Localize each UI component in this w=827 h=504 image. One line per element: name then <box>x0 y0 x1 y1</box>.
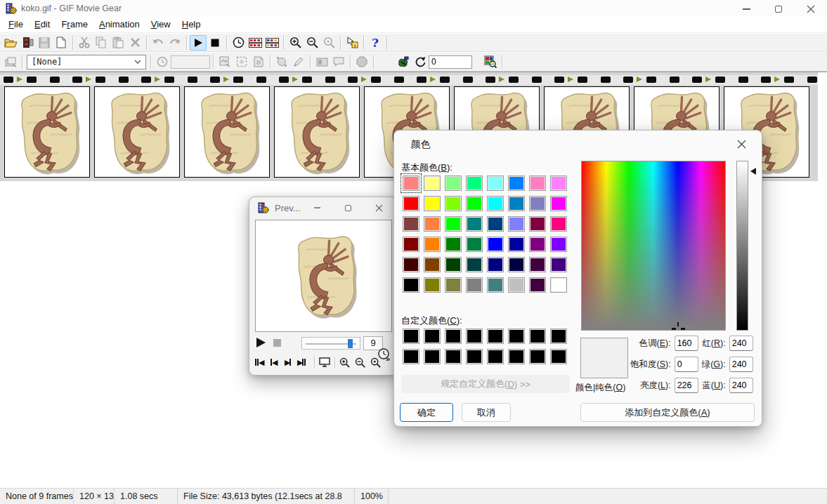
monitor-preview-button[interactable] <box>319 357 330 368</box>
ok-button[interactable]: 确定 <box>400 403 453 422</box>
preview-zoom-out-button[interactable] <box>355 357 365 368</box>
frame-timing-button[interactable] <box>247 35 263 51</box>
basic-color-swatch-35[interactable] <box>445 257 462 272</box>
basic-color-swatch-31[interactable] <box>529 237 546 252</box>
stop-button[interactable] <box>207 35 223 51</box>
basic-color-swatch-45[interactable] <box>487 277 504 293</box>
basic-color-swatch-9[interactable] <box>403 196 419 211</box>
custom-color-swatch-2[interactable] <box>424 329 441 344</box>
menu-edit[interactable]: Edit <box>29 17 56 32</box>
basic-color-swatch-3[interactable] <box>445 175 462 191</box>
basic-color-swatch-48[interactable] <box>550 277 567 293</box>
luminance-pointer[interactable] <box>750 168 756 175</box>
preview-minimize-button[interactable] <box>301 197 332 218</box>
menu-file[interactable]: File <box>3 17 29 32</box>
basic-color-swatch-39[interactable] <box>529 257 546 272</box>
basic-color-swatch-10[interactable] <box>424 196 441 211</box>
basic-color-swatch-41[interactable] <box>403 277 419 293</box>
basic-color-swatch-33[interactable] <box>403 257 419 272</box>
blue-input[interactable] <box>729 378 753 393</box>
basic-color-swatch-7[interactable] <box>529 175 546 191</box>
custom-color-swatch-7[interactable] <box>529 329 546 344</box>
custom-color-swatch-14[interactable] <box>508 349 525 364</box>
basic-color-swatch-15[interactable] <box>529 196 546 211</box>
basic-color-swatch-40[interactable] <box>550 257 567 272</box>
basic-color-swatch-34[interactable] <box>424 257 441 272</box>
custom-color-swatch-15[interactable] <box>529 349 546 364</box>
basic-color-swatch-46[interactable] <box>508 277 525 293</box>
loop-count-input[interactable] <box>429 55 472 69</box>
custom-color-swatch-10[interactable] <box>424 349 441 364</box>
film-frame-2[interactable] <box>94 86 180 178</box>
preview-frame-slider[interactable] <box>301 337 360 350</box>
new-button[interactable] <box>53 35 70 51</box>
color-dialog-close-button[interactable] <box>731 135 752 153</box>
title-bar[interactable]: koko.gif - GIF Movie Gear <box>0 0 827 16</box>
custom-color-swatch-8[interactable] <box>550 329 567 344</box>
add-to-custom-colors-button[interactable]: 添加到自定义颜色(A) <box>580 403 755 422</box>
luminance-strip[interactable] <box>736 161 748 331</box>
basic-color-swatch-22[interactable] <box>508 216 525 232</box>
cut-button[interactable] <box>76 35 93 51</box>
global-palette-select[interactable]: [None] <box>27 55 146 69</box>
transparency-button[interactable] <box>233 54 250 69</box>
draw-tool-button[interactable] <box>290 54 307 69</box>
hue-saturation-field[interactable] <box>581 161 726 331</box>
basic-color-swatch-43[interactable] <box>445 277 462 293</box>
film-frame-3[interactable] <box>184 86 270 178</box>
basic-color-swatch-25[interactable] <box>403 237 419 252</box>
next-frame-button[interactable]: ▶ <box>285 357 291 368</box>
menu-help[interactable]: Help <box>176 17 207 32</box>
select-region-button[interactable] <box>273 54 290 69</box>
previous-frame-button[interactable]: ◀ <box>271 357 277 368</box>
insert-frames-button[interactable] <box>19 35 36 51</box>
custom-color-swatch-3[interactable] <box>445 329 462 344</box>
basic-color-swatch-27[interactable] <box>445 237 462 252</box>
basic-color-swatch-14[interactable] <box>508 196 525 211</box>
copy-button[interactable] <box>93 35 110 51</box>
basic-color-swatch-21[interactable] <box>487 216 504 232</box>
frame-position-button[interactable] <box>313 54 330 69</box>
basic-color-swatch-28[interactable] <box>466 237 483 252</box>
basic-color-swatch-42[interactable] <box>424 277 441 293</box>
preview-stop-button[interactable] <box>273 339 281 347</box>
view-palette-button[interactable] <box>482 54 499 69</box>
menu-view[interactable]: View <box>145 17 176 32</box>
save-button[interactable] <box>36 35 53 51</box>
film-frame-1[interactable] <box>4 86 90 178</box>
loop-button[interactable] <box>412 54 429 69</box>
basic-color-swatch-5[interactable] <box>487 175 504 191</box>
basic-color-swatch-18[interactable] <box>424 216 441 232</box>
shape-button[interactable] <box>353 54 370 69</box>
basic-color-swatch-11[interactable] <box>445 196 462 211</box>
basic-color-swatch-30[interactable] <box>508 237 525 252</box>
basic-color-swatch-29[interactable] <box>487 237 504 252</box>
basic-color-swatch-38[interactable] <box>508 257 525 272</box>
zoom-actual-button[interactable] <box>320 35 337 51</box>
frame-comment-button[interactable] <box>330 54 347 69</box>
preview-play-button[interactable] <box>256 338 266 347</box>
help-button[interactable]: ? <box>367 35 384 51</box>
frame-properties-button[interactable] <box>263 35 280 51</box>
basic-color-swatch-16[interactable] <box>550 196 567 211</box>
redo-button[interactable] <box>167 35 183 51</box>
preview-zoom-in-button[interactable] <box>339 357 350 368</box>
basic-color-swatch-19[interactable] <box>445 216 462 232</box>
basic-color-swatch-8[interactable] <box>550 175 567 191</box>
undo-button[interactable] <box>150 35 167 51</box>
play-button[interactable] <box>190 35 207 51</box>
custom-color-swatch-11[interactable] <box>445 349 462 364</box>
custom-color-swatch-5[interactable] <box>487 329 504 344</box>
basic-color-swatch-12[interactable] <box>466 196 483 211</box>
basic-color-swatch-47[interactable] <box>529 277 546 293</box>
frame-info-button[interactable]: i <box>344 35 360 51</box>
custom-color-swatch-1[interactable] <box>403 329 419 344</box>
luminance-input[interactable] <box>675 378 698 393</box>
basic-color-swatch-23[interactable] <box>529 216 546 232</box>
custom-color-swatch-13[interactable] <box>487 349 504 364</box>
preview-title-bar[interactable]: Prev... <box>249 197 397 218</box>
basic-color-swatch-6[interactable] <box>508 175 525 191</box>
frame-delay-button[interactable] <box>154 54 171 69</box>
basic-color-swatch-26[interactable] <box>424 237 441 252</box>
red-input[interactable] <box>729 336 753 351</box>
